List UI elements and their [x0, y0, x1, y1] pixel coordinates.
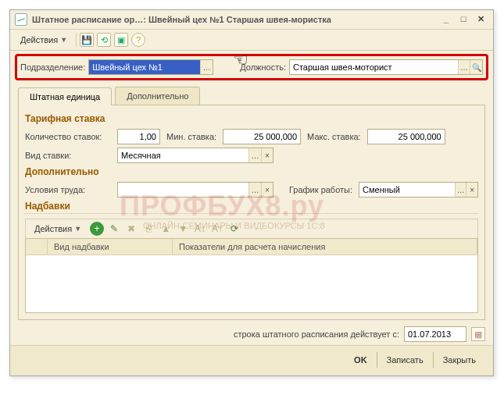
max-input[interactable]	[368, 130, 445, 144]
allowances-actions-menu[interactable]: Действия ▼	[29, 222, 87, 236]
min-input[interactable]	[223, 130, 300, 144]
save-button[interactable]: Записать	[377, 352, 433, 368]
schedule-input[interactable]	[359, 183, 455, 197]
add-row-icon[interactable]: +	[90, 222, 104, 236]
count-input[interactable]	[118, 130, 159, 144]
conditions-field[interactable]: … ×	[117, 182, 273, 198]
tariff-title: Тарифная ставка	[25, 113, 478, 124]
position-label: Должность:	[240, 62, 286, 72]
copy-row-icon[interactable]: ⎘	[141, 222, 155, 236]
allowances-toolbar: Действия ▼ + ✎ ✖ ⎘ ▲ ▼ A↓ A↑ ⟳	[25, 219, 478, 238]
sort-asc-icon[interactable]: A↓	[193, 222, 207, 236]
position-field[interactable]: … 🔍	[289, 59, 483, 75]
department-label: Подразделение:	[20, 62, 85, 72]
grid-header: Вид надбавки Показатели для расчета начи…	[26, 239, 477, 255]
allowances-title: Надбавки	[25, 201, 478, 214]
department-select-button[interactable]: …	[200, 60, 213, 74]
minimize-button[interactable]: _	[438, 13, 454, 26]
valid-from-row: строка штатного расписания действует с: …	[18, 326, 485, 342]
tab-main[interactable]: Штатная единица	[18, 87, 112, 105]
valid-from-input[interactable]	[405, 327, 466, 341]
filter-row: Подразделение: Швейный цех №1 … ☜ Должно…	[15, 54, 488, 80]
move-down-icon[interactable]: ▼	[176, 222, 190, 236]
kind-clear-button[interactable]: ×	[261, 148, 273, 162]
chevron-down-icon: ▼	[74, 225, 81, 233]
schedule-field[interactable]: … ×	[359, 182, 478, 198]
button-row: OK Записать Закрыть	[10, 345, 493, 376]
delete-row-icon[interactable]: ✖	[124, 222, 138, 236]
help-icon[interactable]: ?	[131, 33, 145, 47]
app-icon	[15, 13, 27, 26]
position-input[interactable]	[290, 60, 458, 74]
col-blank	[26, 239, 48, 254]
goto-icon[interactable]: ▣	[114, 33, 128, 47]
edit-row-icon[interactable]: ✎	[107, 222, 121, 236]
min-field[interactable]	[223, 129, 301, 144]
position-search-button[interactable]: 🔍	[470, 60, 482, 74]
window-title: Штатное расписание ор…: Швейный цех №1 С…	[32, 15, 437, 24]
kind-input[interactable]	[118, 148, 248, 162]
valid-from-label: строка штатного расписания действует с:	[234, 329, 399, 339]
position-select-button[interactable]: …	[458, 60, 470, 74]
conditions-clear-button[interactable]: ×	[261, 183, 273, 197]
sort-desc-icon[interactable]: A↑	[210, 222, 224, 236]
app-window: Штатное расписание ор…: Швейный цех №1 С…	[9, 9, 494, 376]
close-button[interactable]: Закрыть	[433, 352, 485, 368]
col-indicators: Показатели для расчета начисления	[173, 239, 477, 254]
ok-button[interactable]: OK	[345, 352, 377, 368]
tabs: Штатная единица Дополнительно	[18, 87, 485, 105]
allowances-grid[interactable]: Вид надбавки Показатели для расчета начи…	[25, 238, 478, 313]
maximize-button[interactable]: □	[456, 13, 471, 26]
schedule-clear-button[interactable]: ×	[466, 183, 477, 197]
min-label: Мин. ставка:	[166, 132, 216, 141]
calendar-icon[interactable]: ▦	[471, 327, 485, 341]
count-label: Количество ставок:	[25, 132, 111, 141]
actions-menu[interactable]: Действия ▼	[15, 33, 73, 47]
tab-extra[interactable]: Дополнительно	[115, 87, 200, 105]
count-field[interactable]	[117, 129, 160, 144]
kind-select-button[interactable]: …	[248, 148, 260, 162]
reload-icon[interactable]: ⟳	[227, 222, 241, 236]
extra-title: Дополнительно	[25, 166, 478, 177]
chevron-down-icon: ▼	[60, 36, 67, 44]
close-window-button[interactable]: ✕	[473, 13, 488, 26]
department-value: Швейный цех №1	[89, 60, 200, 74]
conditions-input[interactable]	[118, 183, 248, 197]
department-field[interactable]: Швейный цех №1 …	[88, 59, 213, 75]
conditions-label: Условия труда:	[25, 185, 111, 194]
valid-from-field[interactable]	[404, 326, 466, 342]
refresh-icon[interactable]: ⟲	[97, 33, 111, 47]
save-icon[interactable]: 💾	[80, 33, 94, 47]
schedule-label: График работы:	[289, 185, 352, 194]
schedule-select-button[interactable]: …	[455, 183, 466, 197]
max-label: Макс. ставка:	[307, 132, 361, 141]
conditions-select-button[interactable]: …	[248, 183, 260, 197]
max-field[interactable]	[367, 129, 445, 144]
move-up-icon[interactable]: ▲	[159, 222, 173, 236]
actions-label: Действия	[20, 35, 58, 44]
kind-label: Вид ставки:	[25, 151, 111, 160]
col-kind: Вид надбавки	[48, 239, 173, 254]
tab-body: Тарифная ставка Количество ставок: Мин. …	[18, 105, 485, 320]
main-toolbar: Действия ▼ 💾 ⟲ ▣ ?	[10, 30, 493, 51]
kind-field[interactable]: … ×	[117, 148, 273, 163]
titlebar: Штатное расписание ор…: Швейный цех №1 С…	[10, 10, 493, 30]
